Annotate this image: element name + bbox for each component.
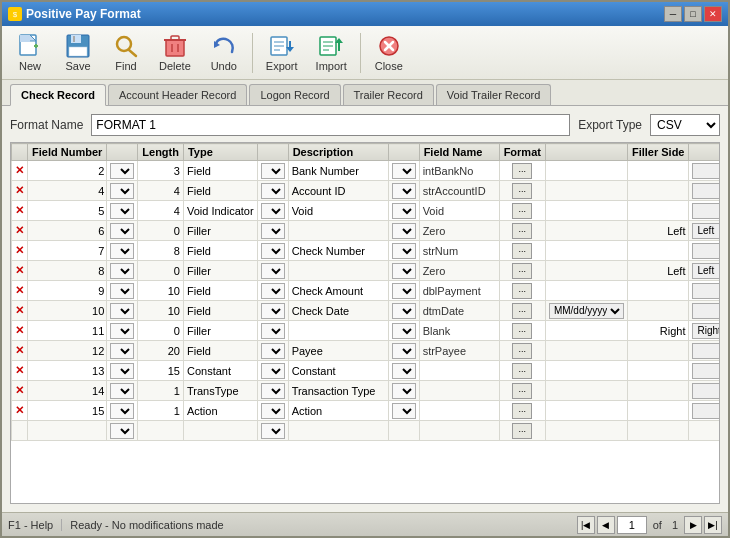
field-number-select[interactable] xyxy=(110,403,134,419)
type-select[interactable] xyxy=(261,243,285,259)
type-select[interactable] xyxy=(261,183,285,199)
delete-button[interactable]: Delete xyxy=(152,30,198,75)
side-select[interactable]: Left xyxy=(692,223,720,239)
side-select[interactable]: Right xyxy=(692,323,720,339)
first-page-button[interactable]: |◀ xyxy=(577,516,595,534)
type-select[interactable] xyxy=(261,163,285,179)
tab-trailer-record[interactable]: Trailer Record xyxy=(343,84,434,105)
description-select[interactable] xyxy=(392,223,416,239)
format-dots-button[interactable]: ··· xyxy=(512,183,532,199)
side-select[interactable] xyxy=(692,183,720,199)
field-number-select[interactable] xyxy=(110,323,134,339)
last-page-button[interactable]: ▶| xyxy=(704,516,722,534)
field-number-select[interactable] xyxy=(110,283,134,299)
side-select[interactable] xyxy=(692,363,720,379)
side-select[interactable] xyxy=(692,163,720,179)
format-dots-button[interactable]: ··· xyxy=(512,243,532,259)
side-select[interactable] xyxy=(692,403,720,419)
delete-row-button[interactable]: ✕ xyxy=(15,324,24,337)
format-dots-button[interactable]: ··· xyxy=(512,283,532,299)
field-number-select[interactable] xyxy=(110,183,134,199)
import-button[interactable]: Import xyxy=(309,30,354,75)
delete-row-button[interactable]: ✕ xyxy=(15,404,24,417)
description-select[interactable] xyxy=(392,203,416,219)
delete-row-button[interactable]: ✕ xyxy=(15,304,24,317)
side-select[interactable] xyxy=(692,243,720,259)
tab-void-trailer[interactable]: Void Trailer Record xyxy=(436,84,552,105)
delete-row-button[interactable]: ✕ xyxy=(15,344,24,357)
format-dots-button[interactable]: ··· xyxy=(512,423,532,439)
type-select[interactable] xyxy=(261,363,285,379)
description-select[interactable] xyxy=(392,303,416,319)
export-button[interactable]: Export xyxy=(259,30,305,75)
field-number-select[interactable] xyxy=(110,303,134,319)
delete-row-button[interactable]: ✕ xyxy=(15,244,24,257)
type-select[interactable] xyxy=(261,323,285,339)
type-select[interactable] xyxy=(261,423,285,439)
field-number-select[interactable] xyxy=(110,203,134,219)
delete-row-button[interactable]: ✕ xyxy=(15,204,24,217)
delete-row-button[interactable]: ✕ xyxy=(15,384,24,397)
find-button[interactable]: Find xyxy=(104,30,148,75)
type-select[interactable] xyxy=(261,283,285,299)
type-select[interactable] xyxy=(261,263,285,279)
format-dots-button[interactable]: ··· xyxy=(512,263,532,279)
export-type-select[interactable]: CSV TXT XML xyxy=(650,114,720,136)
side-select[interactable]: Left xyxy=(692,263,720,279)
type-select[interactable] xyxy=(261,223,285,239)
tab-account-header[interactable]: Account Header Record xyxy=(108,84,247,105)
field-number-select[interactable] xyxy=(110,163,134,179)
save-button[interactable]: Save xyxy=(56,30,100,75)
close-window-button[interactable]: ✕ xyxy=(704,6,722,22)
tab-check-record[interactable]: Check Record xyxy=(10,84,106,106)
prev-page-button[interactable]: ◀ xyxy=(597,516,615,534)
side-select[interactable] xyxy=(692,303,720,319)
format-dots-button[interactable]: ··· xyxy=(512,163,532,179)
toolbar-close-button[interactable]: Close xyxy=(367,30,411,75)
undo-button[interactable]: Undo xyxy=(202,30,246,75)
tab-logon-record[interactable]: Logon Record xyxy=(249,84,340,105)
field-number-select[interactable] xyxy=(110,243,134,259)
description-select[interactable] xyxy=(392,243,416,259)
description-select[interactable] xyxy=(392,283,416,299)
type-select[interactable] xyxy=(261,303,285,319)
format-dots-button[interactable]: ··· xyxy=(512,203,532,219)
side-select[interactable] xyxy=(692,343,720,359)
side-select[interactable] xyxy=(692,203,720,219)
field-number-select[interactable] xyxy=(110,383,134,399)
format-dots-button[interactable]: ··· xyxy=(512,403,532,419)
next-page-button[interactable]: ▶ xyxy=(684,516,702,534)
delete-row-button[interactable]: ✕ xyxy=(15,224,24,237)
field-number-select[interactable] xyxy=(110,343,134,359)
type-select[interactable] xyxy=(261,203,285,219)
format-dots-button[interactable]: ··· xyxy=(512,343,532,359)
minimize-button[interactable]: ─ xyxy=(664,6,682,22)
delete-row-button[interactable]: ✕ xyxy=(15,284,24,297)
format-dots-button[interactable]: ··· xyxy=(512,363,532,379)
description-select[interactable] xyxy=(392,183,416,199)
description-select[interactable] xyxy=(392,323,416,339)
type-select[interactable] xyxy=(261,343,285,359)
description-select[interactable] xyxy=(392,383,416,399)
field-number-select[interactable] xyxy=(110,223,134,239)
new-button[interactable]: New xyxy=(8,30,52,75)
format-dots-button[interactable]: ··· xyxy=(512,223,532,239)
delete-row-button[interactable]: ✕ xyxy=(15,364,24,377)
description-select[interactable] xyxy=(392,163,416,179)
description-select[interactable] xyxy=(392,343,416,359)
format-dots-button[interactable]: ··· xyxy=(512,323,532,339)
type-select[interactable] xyxy=(261,403,285,419)
description-select[interactable] xyxy=(392,403,416,419)
maximize-button[interactable]: □ xyxy=(684,6,702,22)
field-number-select[interactable] xyxy=(110,423,134,439)
description-select[interactable] xyxy=(392,263,416,279)
delete-row-button[interactable]: ✕ xyxy=(15,184,24,197)
page-number-input[interactable] xyxy=(617,516,647,534)
date-format-select[interactable]: MM/dd/yyyy xyxy=(549,303,624,319)
field-number-select[interactable] xyxy=(110,363,134,379)
side-select[interactable] xyxy=(692,283,720,299)
field-number-select[interactable] xyxy=(110,263,134,279)
description-select[interactable] xyxy=(392,363,416,379)
side-select[interactable] xyxy=(692,383,720,399)
type-select[interactable] xyxy=(261,383,285,399)
